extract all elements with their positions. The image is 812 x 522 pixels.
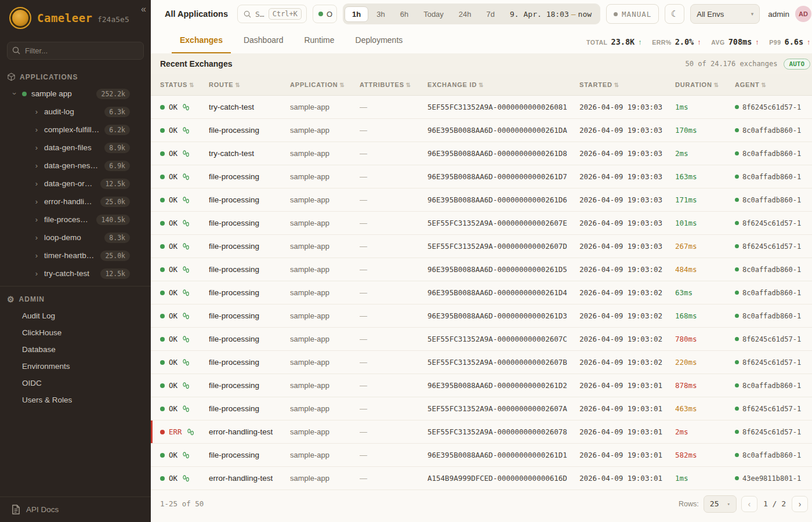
- table-row[interactable]: OK file-processing sample-app — 5EF55FC3…: [151, 235, 812, 258]
- column-header-application[interactable]: APPLICATION⇅: [290, 81, 360, 88]
- column-header-duration[interactable]: DURATION⇅: [675, 81, 735, 88]
- sidebar-route-item[interactable]: › data-gen-neste… 6.9k: [0, 157, 151, 175]
- tab-deployments[interactable]: Deployments: [347, 28, 411, 53]
- application-cell: sample-app: [290, 126, 360, 135]
- table-row[interactable]: OK file-processing sample-app — 96E395B0…: [151, 165, 812, 188]
- trend-arrow-icon: ↑: [638, 38, 641, 46]
- environment-select[interactable]: All Envs ▾: [690, 4, 760, 24]
- time-range-button[interactable]: 6h: [393, 6, 415, 22]
- sidebar-admin-item[interactable]: Users & Roles: [0, 392, 151, 408]
- time-range-button[interactable]: 24h: [452, 6, 478, 22]
- table-row[interactable]: OK file-processing sample-app — 96E395B0…: [151, 444, 812, 467]
- handled-footprints-icon: [183, 104, 189, 111]
- application-cell: sample-app: [290, 265, 360, 274]
- exchange-id-cell: 96E395B0088AA6D-00000000000261DA: [427, 126, 579, 135]
- auto-refresh-badge[interactable]: AUTO: [784, 59, 811, 70]
- column-header-attributes[interactable]: ATTRIBUTES⇅: [360, 81, 427, 88]
- status-dot: [160, 407, 165, 411]
- agent-status-dot: [735, 407, 739, 411]
- application-cell: sample-app: [290, 242, 360, 251]
- column-header-agent[interactable]: AGENT⇅: [735, 81, 812, 88]
- column-header-started[interactable]: STARTED⇅: [579, 81, 675, 88]
- tab-runtime[interactable]: Runtime: [296, 28, 342, 53]
- agent-cell: 8c0affadb860-1: [735, 382, 812, 390]
- sidebar-route-list: › audit-log 6.3k › complex-fulfillm… 6.2…: [0, 103, 151, 282]
- table-row[interactable]: OK file-processing sample-app — 96E395B0…: [151, 374, 812, 397]
- status-dot: [160, 337, 165, 342]
- status-cell: OK: [160, 311, 209, 320]
- exchange-id-cell: 96E395B0088AA6D-00000000000261D4: [427, 288, 579, 297]
- time-range-button[interactable]: 7d: [480, 6, 502, 22]
- table-row[interactable]: OK file-processing sample-app — 96E395B0…: [151, 188, 812, 212]
- status-dot: [160, 105, 165, 110]
- refresh-mode-button[interactable]: MANUAL: [606, 4, 659, 24]
- sidebar-admin-item[interactable]: OIDC: [0, 375, 151, 392]
- table-row[interactable]: OK file-processing sample-app — 96E395B0…: [151, 304, 812, 328]
- filter-input[interactable]: [7, 42, 144, 60]
- global-search[interactable]: S… Ctrl+K: [237, 5, 307, 23]
- time-range-button[interactable]: 3h: [369, 6, 392, 22]
- sidebar-route-item[interactable]: › timer-heartbeat 25.0k: [0, 246, 151, 264]
- route-count-badge: 6.9k: [104, 161, 130, 171]
- table-row[interactable]: OK try-catch-test sample-app — 5EF55FC31…: [151, 96, 812, 119]
- time-range-button[interactable]: 1h: [345, 6, 368, 22]
- exchange-id-cell: 96E395B0088AA6D-00000000000261D7: [427, 172, 579, 181]
- stat: AVG 708ms ↑: [711, 37, 759, 46]
- avatar[interactable]: AD: [795, 6, 811, 22]
- sidebar-route-item[interactable]: › audit-log 6.3k: [0, 103, 151, 121]
- started-cell: 2026-04-09 19:03:02: [579, 358, 675, 367]
- date-range-display[interactable]: 9. Apr. 18:03—now: [503, 10, 599, 19]
- started-cell: 2026-04-09 19:03:02: [579, 265, 675, 274]
- table-row[interactable]: OK file-processing sample-app — 5EF55FC3…: [151, 328, 812, 351]
- application-cell: sample-app: [290, 381, 360, 390]
- time-range-button[interactable]: Today: [416, 6, 451, 22]
- sidebar-route-item[interactable]: › try-catch-test 12.5k: [0, 264, 151, 282]
- sidebar-route-item[interactable]: › file-processing 140.5k: [0, 211, 151, 229]
- started-cell: 2026-04-09 19:03:03: [579, 219, 675, 227]
- table-row[interactable]: OK file-processing sample-app — 5EF55FC3…: [151, 212, 812, 235]
- sidebar-admin-item[interactable]: ClickHouse: [0, 324, 151, 341]
- sidebar-route-item[interactable]: › data-gen-orders 12.5k: [0, 175, 151, 193]
- admin-item-label: Environments: [22, 362, 70, 371]
- table-row[interactable]: OK file-processing sample-app — 96E395B0…: [151, 119, 812, 142]
- table-row[interactable]: OK try-catch-test sample-app — 96E395B00…: [151, 142, 812, 165]
- sidebar-item-sample-app[interactable]: › sample app 252.2k: [0, 85, 151, 103]
- tab-dashboard[interactable]: Dashboard: [235, 28, 292, 53]
- sidebar-collapse-button[interactable]: «: [141, 5, 146, 14]
- search-icon: [244, 10, 251, 18]
- sidebar-admin-item[interactable]: Audit Log: [0, 307, 151, 324]
- table-row[interactable]: ERR error-handling-test sample-app — 5EF…: [151, 420, 812, 444]
- connection-status-pill[interactable]: O: [313, 5, 337, 23]
- sidebar-route-item[interactable]: › complex-fulfillm… 6.2k: [0, 121, 151, 139]
- handled-footprints-icon: [183, 359, 189, 366]
- route-name: try-catch-test: [44, 269, 96, 278]
- status-label: OK: [169, 219, 177, 227]
- table-row[interactable]: OK file-processing sample-app — 96E395B0…: [151, 258, 812, 281]
- column-header-exchange-id[interactable]: EXCHANGE ID⇅: [427, 81, 579, 88]
- next-page-button[interactable]: ›: [792, 496, 808, 512]
- stat: TOTAL 23.8K ↑: [586, 37, 641, 46]
- duration-cell: 878ms: [675, 381, 735, 390]
- table-row[interactable]: OK file-processing sample-app — 5EF55FC3…: [151, 397, 812, 420]
- api-docs-link[interactable]: API Docs: [0, 496, 151, 522]
- attributes-cell: —: [360, 404, 427, 413]
- sidebar-route-item[interactable]: › loop-demo 8.3k: [0, 229, 151, 246]
- dark-mode-toggle[interactable]: ☾: [665, 4, 684, 24]
- tab-exchanges[interactable]: Exchanges: [172, 28, 231, 53]
- tab-label: Runtime: [304, 35, 334, 45]
- table-row[interactable]: OK file-processing sample-app — 5EF55FC3…: [151, 351, 812, 374]
- column-header-status[interactable]: STATUS⇅: [160, 81, 209, 88]
- table-row[interactable]: OK error-handling-test sample-app — A154…: [151, 467, 812, 490]
- table-row[interactable]: OK file-processing sample-app — 96E395B0…: [151, 281, 812, 304]
- column-header-route[interactable]: ROUTE⇅: [209, 81, 290, 88]
- prev-page-button[interactable]: ‹: [741, 496, 757, 512]
- status-label: OK: [169, 404, 177, 413]
- rows-per-page-select[interactable]: 25 ▾: [704, 495, 737, 513]
- sidebar-admin-item[interactable]: Database: [0, 341, 151, 358]
- route-cell: file-processing: [209, 265, 290, 274]
- sidebar-route-item[interactable]: › error-handling-… 25.0k: [0, 193, 151, 211]
- sidebar-route-item[interactable]: › data-gen-files 8.9k: [0, 139, 151, 157]
- sidebar-admin-item[interactable]: Environments: [0, 358, 151, 375]
- chevron-right-icon: ›: [34, 215, 39, 224]
- sort-icon: ⇅: [235, 82, 241, 88]
